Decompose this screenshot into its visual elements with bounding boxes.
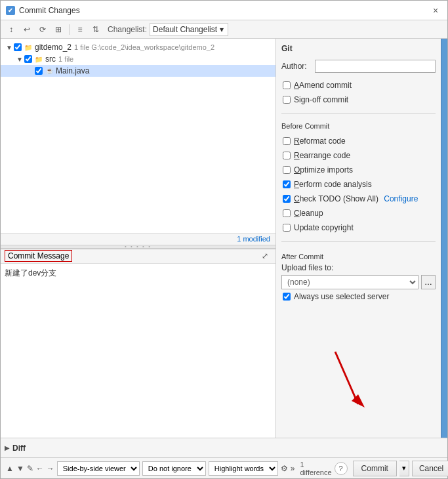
upload-select[interactable]: (none) bbox=[281, 275, 418, 289]
help-button[interactable]: ? bbox=[335, 462, 348, 475]
author-label: Author: bbox=[281, 62, 311, 71]
section-divider-2 bbox=[281, 241, 436, 242]
cancel-button[interactable]: Cancel bbox=[412, 461, 448, 476]
right-edge-bar bbox=[441, 39, 447, 438]
file-tree-status: 1 modified bbox=[1, 233, 275, 245]
author-input[interactable] bbox=[315, 60, 436, 73]
commit-message-area: Commit Message ⤢ 新建了dev分支 bbox=[1, 249, 275, 438]
commit-dropdown-btn[interactable]: ▾ bbox=[399, 461, 409, 476]
tree-item-main-java[interactable]: ☕ Main.java bbox=[1, 65, 275, 77]
tree-checkbox-gitdemo2[interactable] bbox=[14, 43, 22, 51]
commit-message-expand-btn[interactable]: ⤢ bbox=[258, 249, 272, 262]
java-icon: ☕ bbox=[45, 66, 54, 75]
check-todo-label: Check TODO (Show All) bbox=[294, 194, 380, 203]
sign-off-label: Sign-off commit bbox=[294, 95, 348, 104]
reformat-row: Reformat code bbox=[281, 136, 436, 146]
window-title: Commit Changes bbox=[19, 6, 80, 15]
optimize-row: Optimize imports bbox=[281, 165, 436, 175]
update-copyright-row: Update copyright bbox=[281, 223, 436, 232]
nav-down-btn[interactable]: ▼ bbox=[16, 462, 24, 475]
optimize-checkbox[interactable] bbox=[283, 166, 291, 174]
tree-checkbox-src[interactable] bbox=[24, 55, 32, 63]
diff-section: ▶ Diff bbox=[1, 438, 447, 457]
changelist-value: Default Changelist bbox=[153, 25, 217, 34]
close-button[interactable]: × bbox=[433, 6, 442, 15]
toolbar-move-btn[interactable]: ↕ bbox=[5, 23, 18, 36]
settings-btn[interactable]: ⚙ bbox=[281, 462, 288, 475]
title-bar: ✔ Commit Changes × bbox=[1, 1, 447, 20]
folder-icon: 📁 bbox=[34, 54, 43, 64]
main-content: ▼ 📁 gitdemo_2 1 file G:\code_2\idea_work… bbox=[1, 39, 447, 438]
toolbar-refresh-btn[interactable]: ⟳ bbox=[36, 23, 49, 36]
configure-link[interactable]: Configure bbox=[384, 194, 418, 203]
file-tree[interactable]: ▼ 📁 gitdemo_2 1 file G:\code_2\idea_work… bbox=[1, 39, 275, 233]
amend-commit-checkbox[interactable] bbox=[283, 81, 291, 89]
changelist-arrow-icon: ▾ bbox=[220, 25, 224, 34]
edit-btn[interactable]: ✎ bbox=[27, 462, 33, 475]
git-section-title: Git bbox=[281, 44, 436, 53]
optimize-label: Optimize imports bbox=[294, 165, 353, 175]
commit-button[interactable]: Commit bbox=[353, 461, 397, 476]
changelist-dropdown[interactable]: Default Changelist ▾ bbox=[150, 23, 228, 36]
highlight-select[interactable]: Highlight words bbox=[209, 461, 278, 476]
update-copyright-label: Update copyright bbox=[294, 223, 354, 232]
left-panel: ▼ 📁 gitdemo_2 1 file G:\code_2\idea_work… bbox=[1, 39, 276, 438]
main-toolbar: ↕ ↩ ⟳ ⊞ ≡ ⇅ Changelist: Default Changeli… bbox=[1, 20, 447, 39]
amend-commit-row: AAmend commit bbox=[281, 81, 436, 90]
amend-commit-label: AAmend commit bbox=[294, 81, 352, 90]
always-use-checkbox[interactable] bbox=[283, 293, 291, 301]
viewer-select[interactable]: Side-by-side viewer bbox=[57, 461, 140, 476]
changelist-label: Changelist: bbox=[108, 25, 147, 34]
sign-off-row: Sign-off commit bbox=[281, 95, 436, 104]
toolbar-sort1-btn[interactable]: ≡ bbox=[73, 23, 87, 36]
nav-up-btn[interactable]: ▲ bbox=[6, 462, 14, 475]
reformat-checkbox[interactable] bbox=[283, 137, 291, 145]
tree-item-label: src bbox=[45, 54, 56, 64]
toolbar-separator bbox=[69, 24, 70, 35]
commit-message-input[interactable]: 新建了dev分支 bbox=[1, 264, 275, 438]
upload-row: (none) … bbox=[281, 275, 436, 289]
bottom-action-btns: ? Commit ▾ Cancel bbox=[335, 461, 448, 476]
after-commit-section: After Commit Upload files to: (none) … A… bbox=[281, 253, 436, 302]
tree-item-detail: 1 file bbox=[58, 55, 73, 63]
section-divider-1 bbox=[281, 114, 436, 114]
folder-icon: 📁 bbox=[24, 43, 33, 52]
tree-item-src[interactable]: ▼ 📁 src 1 file bbox=[1, 53, 275, 65]
cleanup-checkbox[interactable] bbox=[283, 209, 291, 217]
before-commit-title: Before Commit bbox=[281, 122, 436, 130]
nav-fwd-btn[interactable]: → bbox=[47, 462, 54, 475]
cleanup-row: Cleanup bbox=[281, 209, 436, 218]
nav-back-btn[interactable]: ← bbox=[36, 462, 44, 475]
more-btn[interactable]: » bbox=[291, 462, 295, 475]
tree-item-label: gitdemo_2 bbox=[35, 43, 71, 52]
modified-count: 1 modified bbox=[237, 235, 270, 243]
perform-checkbox[interactable] bbox=[283, 180, 291, 188]
update-copyright-checkbox[interactable] bbox=[283, 224, 291, 232]
author-row: Author: bbox=[281, 60, 436, 73]
rearrange-label: Rearrange code bbox=[294, 151, 350, 160]
ignore-select[interactable]: Do not ignore bbox=[142, 461, 206, 476]
tree-expand-icon: ▼ bbox=[16, 56, 23, 63]
check-todo-checkbox[interactable] bbox=[283, 195, 291, 203]
tree-expand-icon: ▼ bbox=[6, 44, 12, 51]
diff-count: 1 difference bbox=[300, 461, 331, 476]
bottom-toolbar: ▲ ▼ ✎ ← → Side-by-side viewer Do not ign… bbox=[1, 457, 447, 478]
tree-item-gitdemo2[interactable]: ▼ 📁 gitdemo_2 1 file G:\code_2\idea_work… bbox=[1, 41, 275, 53]
rearrange-row: Rearrange code bbox=[281, 151, 436, 160]
right-panel: Git Author: AAmend commit Sign-off commi… bbox=[276, 39, 441, 438]
perform-label: Perform code analysis bbox=[294, 180, 372, 189]
app-icon: ✔ bbox=[6, 6, 15, 15]
toolbar-undo-btn[interactable]: ↩ bbox=[20, 23, 33, 36]
after-commit-title: After Commit bbox=[281, 253, 436, 260]
tree-item-detail: 1 file G:\code_2\idea_workspace\gitdemo_… bbox=[74, 43, 214, 51]
cleanup-label: Cleanup bbox=[294, 209, 323, 218]
diff-expand-icon: ▶ bbox=[5, 444, 10, 451]
sign-off-checkbox[interactable] bbox=[283, 96, 291, 104]
tree-checkbox-main-java[interactable] bbox=[35, 67, 43, 75]
toolbar-sort2-btn[interactable]: ⇅ bbox=[89, 23, 102, 36]
rearrange-checkbox[interactable] bbox=[283, 152, 291, 159]
always-use-row: Always use selected server bbox=[281, 292, 436, 301]
toolbar-grid-btn[interactable]: ⊞ bbox=[52, 23, 65, 36]
upload-more-btn[interactable]: … bbox=[421, 275, 436, 289]
commit-message-label: Commit Message bbox=[5, 250, 72, 262]
